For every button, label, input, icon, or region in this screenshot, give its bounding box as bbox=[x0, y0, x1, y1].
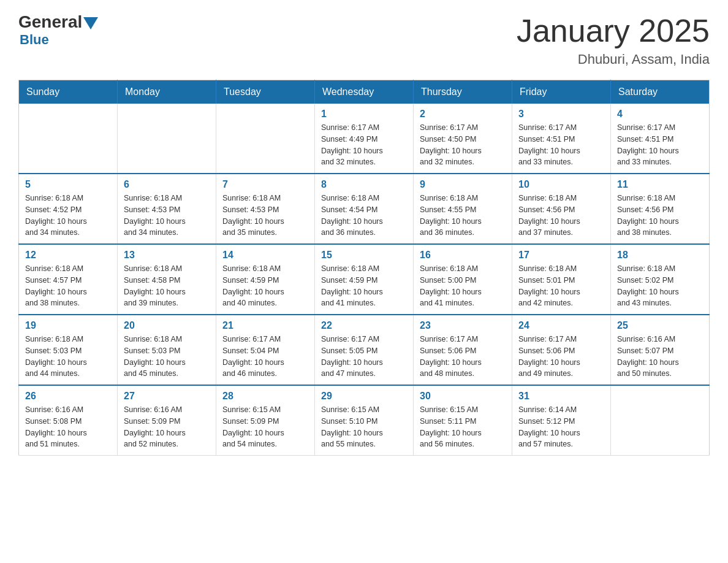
calendar-cell bbox=[118, 104, 216, 174]
day-info: Sunrise: 6:18 AMSunset: 4:59 PMDaylight:… bbox=[321, 263, 407, 309]
header-day-monday: Monday bbox=[118, 80, 216, 104]
calendar-cell: 14Sunrise: 6:18 AMSunset: 4:59 PMDayligh… bbox=[216, 244, 315, 315]
calendar-week-5: 26Sunrise: 6:16 AMSunset: 5:08 PMDayligh… bbox=[19, 385, 710, 456]
day-number: 19 bbox=[25, 320, 111, 331]
day-info: Sunrise: 6:17 AMSunset: 5:05 PMDaylight:… bbox=[321, 334, 407, 380]
day-number: 8 bbox=[321, 179, 407, 190]
header-day-friday: Friday bbox=[512, 80, 611, 104]
day-number: 15 bbox=[321, 250, 407, 261]
day-info: Sunrise: 6:17 AMSunset: 4:51 PMDaylight:… bbox=[617, 122, 703, 168]
day-number: 9 bbox=[420, 179, 506, 190]
calendar-cell: 6Sunrise: 6:18 AMSunset: 4:53 PMDaylight… bbox=[118, 174, 216, 244]
calendar-title: January 2025 bbox=[517, 12, 710, 49]
logo-arrow-icon bbox=[83, 17, 98, 29]
day-number: 23 bbox=[420, 320, 506, 331]
calendar-cell: 30Sunrise: 6:15 AMSunset: 5:11 PMDayligh… bbox=[414, 385, 512, 456]
calendar-cell: 18Sunrise: 6:18 AMSunset: 5:02 PMDayligh… bbox=[611, 244, 710, 315]
calendar-cell: 3Sunrise: 6:17 AMSunset: 4:51 PMDaylight… bbox=[512, 104, 611, 174]
calendar-cell: 31Sunrise: 6:14 AMSunset: 5:12 PMDayligh… bbox=[512, 385, 611, 456]
day-info: Sunrise: 6:18 AMSunset: 4:56 PMDaylight:… bbox=[617, 193, 703, 239]
day-info: Sunrise: 6:18 AMSunset: 4:57 PMDaylight:… bbox=[25, 263, 111, 309]
calendar-cell: 4Sunrise: 6:17 AMSunset: 4:51 PMDaylight… bbox=[611, 104, 710, 174]
day-info: Sunrise: 6:16 AMSunset: 5:07 PMDaylight:… bbox=[617, 334, 703, 380]
header-day-thursday: Thursday bbox=[414, 80, 512, 104]
header-day-saturday: Saturday bbox=[611, 80, 710, 104]
calendar-week-1: 1Sunrise: 6:17 AMSunset: 4:49 PMDaylight… bbox=[19, 104, 710, 174]
day-info: Sunrise: 6:16 AMSunset: 5:08 PMDaylight:… bbox=[25, 404, 111, 450]
day-number: 31 bbox=[518, 391, 604, 402]
day-info: Sunrise: 6:14 AMSunset: 5:12 PMDaylight:… bbox=[518, 404, 604, 450]
calendar-cell: 1Sunrise: 6:17 AMSunset: 4:49 PMDaylight… bbox=[315, 104, 414, 174]
day-number: 11 bbox=[617, 179, 703, 190]
header-day-wednesday: Wednesday bbox=[315, 80, 414, 104]
calendar-cell: 21Sunrise: 6:17 AMSunset: 5:04 PMDayligh… bbox=[216, 315, 315, 385]
calendar-cell: 5Sunrise: 6:18 AMSunset: 4:52 PMDaylight… bbox=[19, 174, 118, 244]
day-info: Sunrise: 6:15 AMSunset: 5:09 PMDaylight:… bbox=[222, 404, 308, 450]
day-info: Sunrise: 6:18 AMSunset: 4:54 PMDaylight:… bbox=[321, 193, 407, 239]
day-number: 28 bbox=[222, 391, 308, 402]
day-number: 25 bbox=[617, 320, 703, 331]
day-number: 13 bbox=[124, 250, 210, 261]
calendar-header: SundayMondayTuesdayWednesdayThursdayFrid… bbox=[19, 80, 710, 104]
day-number: 17 bbox=[518, 250, 604, 261]
logo: General Blue bbox=[18, 12, 99, 48]
calendar-subtitle: Dhuburi, Assam, India bbox=[517, 52, 710, 67]
day-info: Sunrise: 6:17 AMSunset: 4:51 PMDaylight:… bbox=[518, 122, 604, 168]
day-number: 20 bbox=[124, 320, 210, 331]
calendar-cell: 2Sunrise: 6:17 AMSunset: 4:50 PMDaylight… bbox=[414, 104, 512, 174]
day-number: 10 bbox=[518, 179, 604, 190]
calendar-table: SundayMondayTuesdayWednesdayThursdayFrid… bbox=[18, 80, 710, 456]
day-info: Sunrise: 6:18 AMSunset: 5:00 PMDaylight:… bbox=[420, 263, 506, 309]
calendar-cell: 10Sunrise: 6:18 AMSunset: 4:56 PMDayligh… bbox=[512, 174, 611, 244]
calendar-week-3: 12Sunrise: 6:18 AMSunset: 4:57 PMDayligh… bbox=[19, 244, 710, 315]
day-info: Sunrise: 6:16 AMSunset: 5:09 PMDaylight:… bbox=[124, 404, 210, 450]
calendar-cell: 25Sunrise: 6:16 AMSunset: 5:07 PMDayligh… bbox=[611, 315, 710, 385]
header-day-tuesday: Tuesday bbox=[216, 80, 315, 104]
day-number: 12 bbox=[25, 250, 111, 261]
day-info: Sunrise: 6:18 AMSunset: 4:56 PMDaylight:… bbox=[518, 193, 604, 239]
calendar-cell: 7Sunrise: 6:18 AMSunset: 4:53 PMDaylight… bbox=[216, 174, 315, 244]
day-info: Sunrise: 6:17 AMSunset: 5:06 PMDaylight:… bbox=[420, 334, 506, 380]
day-info: Sunrise: 6:17 AMSunset: 4:49 PMDaylight:… bbox=[321, 122, 407, 168]
calendar-week-4: 19Sunrise: 6:18 AMSunset: 5:03 PMDayligh… bbox=[19, 315, 710, 385]
day-number: 24 bbox=[518, 320, 604, 331]
calendar-cell: 22Sunrise: 6:17 AMSunset: 5:05 PMDayligh… bbox=[315, 315, 414, 385]
day-number: 2 bbox=[420, 109, 506, 120]
day-number: 29 bbox=[321, 391, 407, 402]
calendar-cell bbox=[19, 104, 118, 174]
title-section: January 2025 Dhuburi, Assam, India bbox=[517, 12, 710, 67]
calendar-body: 1Sunrise: 6:17 AMSunset: 4:49 PMDaylight… bbox=[19, 104, 710, 456]
day-info: Sunrise: 6:15 AMSunset: 5:11 PMDaylight:… bbox=[420, 404, 506, 450]
day-number: 26 bbox=[25, 391, 111, 402]
day-info: Sunrise: 6:18 AMSunset: 4:55 PMDaylight:… bbox=[420, 193, 506, 239]
calendar-cell: 28Sunrise: 6:15 AMSunset: 5:09 PMDayligh… bbox=[216, 385, 315, 456]
calendar-cell: 24Sunrise: 6:17 AMSunset: 5:06 PMDayligh… bbox=[512, 315, 611, 385]
day-info: Sunrise: 6:17 AMSunset: 4:50 PMDaylight:… bbox=[420, 122, 506, 168]
day-info: Sunrise: 6:17 AMSunset: 5:04 PMDaylight:… bbox=[222, 334, 308, 380]
calendar-cell: 29Sunrise: 6:15 AMSunset: 5:10 PMDayligh… bbox=[315, 385, 414, 456]
day-number: 4 bbox=[617, 109, 703, 120]
calendar-cell bbox=[216, 104, 315, 174]
day-info: Sunrise: 6:18 AMSunset: 4:52 PMDaylight:… bbox=[25, 193, 111, 239]
calendar-cell: 27Sunrise: 6:16 AMSunset: 5:09 PMDayligh… bbox=[118, 385, 216, 456]
day-number: 16 bbox=[420, 250, 506, 261]
day-info: Sunrise: 6:18 AMSunset: 5:01 PMDaylight:… bbox=[518, 263, 604, 309]
day-info: Sunrise: 6:18 AMSunset: 4:59 PMDaylight:… bbox=[222, 263, 308, 309]
calendar-cell: 9Sunrise: 6:18 AMSunset: 4:55 PMDaylight… bbox=[414, 174, 512, 244]
day-number: 21 bbox=[222, 320, 308, 331]
day-number: 14 bbox=[222, 250, 308, 261]
calendar-cell: 13Sunrise: 6:18 AMSunset: 4:58 PMDayligh… bbox=[118, 244, 216, 315]
calendar-cell: 26Sunrise: 6:16 AMSunset: 5:08 PMDayligh… bbox=[19, 385, 118, 456]
days-of-week-row: SundayMondayTuesdayWednesdayThursdayFrid… bbox=[19, 80, 710, 104]
day-number: 3 bbox=[518, 109, 604, 120]
logo-blue: Blue bbox=[20, 32, 49, 47]
calendar-cell: 17Sunrise: 6:18 AMSunset: 5:01 PMDayligh… bbox=[512, 244, 611, 315]
logo-general: General bbox=[18, 12, 82, 32]
day-number: 7 bbox=[222, 179, 308, 190]
day-info: Sunrise: 6:18 AMSunset: 4:53 PMDaylight:… bbox=[222, 193, 308, 239]
day-number: 30 bbox=[420, 391, 506, 402]
calendar-cell: 20Sunrise: 6:18 AMSunset: 5:03 PMDayligh… bbox=[118, 315, 216, 385]
calendar-cell: 15Sunrise: 6:18 AMSunset: 4:59 PMDayligh… bbox=[315, 244, 414, 315]
page-header: General Blue January 2025 Dhuburi, Assam… bbox=[18, 12, 710, 67]
day-number: 5 bbox=[25, 179, 111, 190]
